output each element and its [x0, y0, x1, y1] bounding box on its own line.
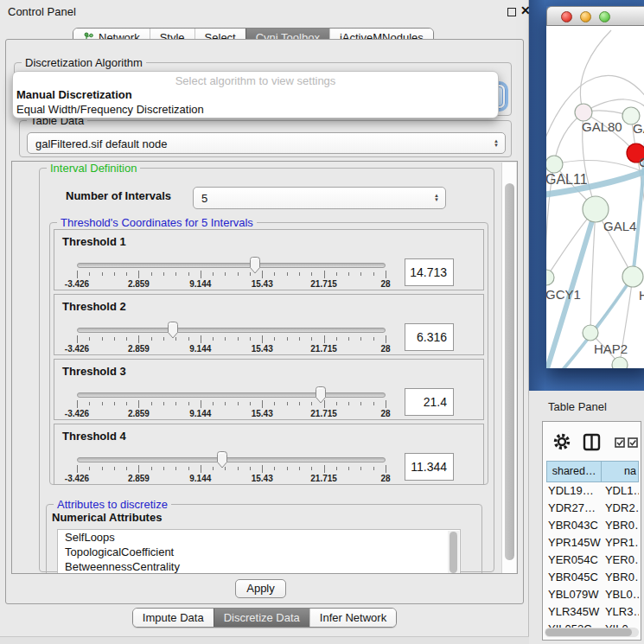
node-table: shared…na YDL19…YDL1…YDR27…YDR2…YBR043CY… [546, 461, 639, 638]
table-row[interactable]: YLR345WYLR3… [546, 603, 639, 621]
slider-track[interactable] [77, 457, 386, 462]
slider-thumb[interactable] [166, 321, 180, 339]
attribute-list-item[interactable]: SelfLoops [58, 530, 460, 545]
attribute-list-item[interactable]: TopologicalCoefficient [58, 545, 460, 559]
tick-label: 28 [380, 409, 390, 418]
threshold-value-field[interactable]: 11.344 [405, 453, 454, 481]
tick-label: 9.144 [189, 279, 211, 289]
panel-bottom-strip [0, 636, 529, 644]
threshold-label: Threshold 4 [62, 430, 126, 443]
network-node[interactable] [546, 270, 554, 285]
numerical-attributes-list[interactable]: SelfLoopsTopologicalCoefficientBetweenne… [57, 529, 461, 574]
threshold-row: Threshold 2-3.4262.8599.14415.4321.71528… [54, 294, 484, 355]
numerical-attributes-label: Numerical Attributes [52, 511, 162, 524]
tick-mark [89, 337, 90, 341]
table-cell[interactable]: YBR0… [601, 569, 639, 586]
table-cell[interactable]: YDR27… [546, 500, 601, 517]
network-window-titlebar[interactable] [546, 6, 644, 26]
tick-mark [348, 272, 349, 276]
network-canvas[interactable]: GAL80GACGAL11GAL4GCY1HHAP2 [546, 26, 644, 368]
table-row[interactable]: YPR145WYPR1… [546, 534, 639, 552]
column-header[interactable]: na [602, 461, 639, 482]
zoom-traffic-light-icon[interactable] [599, 11, 610, 22]
table-cell[interactable]: YDR2… [601, 500, 639, 517]
tick-mark [250, 467, 251, 470]
table-row[interactable]: YDL19…YDL1… [546, 482, 639, 500]
threshold-value-field[interactable]: 21.4 [405, 388, 454, 416]
tick-mark [213, 272, 214, 276]
table-cell[interactable]: YDL19… [546, 482, 601, 500]
checkbox-icon[interactable] [628, 438, 637, 447]
scrollbar-thumb[interactable] [545, 628, 632, 636]
table-cell[interactable]: YER0… [601, 552, 639, 569]
slider-thumb[interactable] [314, 386, 328, 404]
close-traffic-light-icon[interactable] [561, 11, 572, 22]
tab-impute-data[interactable]: Impute Data [133, 609, 214, 627]
column-header[interactable]: shared… [546, 461, 602, 482]
table-cell[interactable]: YBR043C [546, 517, 601, 534]
slider-thumb[interactable] [215, 450, 229, 469]
network-node[interactable] [575, 104, 592, 121]
network-node[interactable] [612, 357, 628, 368]
slider-track[interactable] [77, 328, 386, 333]
combobox-spinner-icon[interactable]: ▲▼ [494, 139, 499, 148]
table-cell[interactable]: YBL0… [601, 586, 639, 603]
tick-label: 21.715 [310, 409, 337, 418]
network-node[interactable] [546, 156, 563, 173]
table-row[interactable]: YBR045CYBR0… [546, 569, 639, 586]
table-row[interactable]: YDR27…YDR2… [546, 500, 639, 517]
table-row[interactable]: YBR043CYBR0… [546, 517, 639, 534]
table-cell[interactable]: YER054C [546, 552, 601, 569]
threshold-value-field[interactable]: 6.316 [405, 323, 454, 351]
algorithm-option[interactable]: Manual Discretization [13, 87, 498, 102]
node-label: GAL11 [546, 172, 588, 187]
gear-icon[interactable] [556, 436, 569, 449]
table-cell[interactable]: YPR145W [546, 534, 601, 552]
tick-mark [238, 402, 239, 405]
combobox-spinner-icon[interactable]: ▲▼ [434, 194, 439, 202]
table-row[interactable]: YBL079WYBL0… [546, 586, 639, 603]
table-cell[interactable]: YDL1… [601, 482, 639, 500]
slider-track[interactable] [77, 392, 386, 398]
table-horizontal-scrollbar[interactable] [545, 628, 639, 637]
network-node[interactable] [583, 325, 598, 341]
node-label: H [639, 288, 644, 303]
tick-mark [175, 402, 176, 405]
threshold-value-field[interactable]: 14.713 [405, 258, 454, 286]
tick-mark [188, 402, 189, 405]
table-cell[interactable]: YBL079W [546, 586, 601, 603]
table-data-combobox[interactable]: galFiltered.sif default node ▲▼ [27, 132, 506, 154]
tab-infer-network[interactable]: Infer Network [309, 609, 396, 627]
checkbox-icon[interactable] [615, 438, 624, 447]
attributes-list-scrollbar[interactable] [448, 531, 459, 574]
slider-thumb[interactable] [248, 256, 262, 274]
table-row[interactable]: YER054CYER0… [546, 552, 639, 569]
attributes-group-title: Attributes to discretize [54, 498, 171, 511]
table-cell[interactable]: YPR1… [601, 534, 639, 552]
settings-scroll-area: Interval Definition Number of Intervals … [11, 161, 518, 574]
tick-mark [175, 467, 176, 470]
apply-button[interactable]: Apply [235, 579, 286, 598]
algorithm-option[interactable]: Equal Width/Frequency Discretization [13, 102, 498, 117]
tab-discretize-data[interactable]: Discretize Data [214, 609, 309, 627]
attribute-list-item[interactable]: BetweennessCentrality [58, 559, 460, 574]
tick-mark [163, 402, 164, 405]
table-cell[interactable]: YLR345W [546, 603, 601, 621]
tick-mark [114, 337, 115, 341]
interval-definition-group-title: Interval Definition [47, 162, 140, 175]
table-cell[interactable]: YBR045C [546, 569, 601, 586]
network-node[interactable] [622, 266, 643, 287]
columns-icon[interactable] [584, 435, 599, 450]
tick-mark [126, 337, 127, 341]
network-edge[interactable] [580, 30, 611, 112]
number-of-intervals-combobox[interactable]: 5 ▲▼ [193, 187, 446, 209]
table-cell[interactable]: YBR0… [601, 517, 639, 534]
float-window-icon[interactable] [507, 8, 516, 16]
slider-track[interactable] [77, 263, 386, 268]
tick-mark [348, 467, 349, 470]
scrollbar-thumb[interactable] [505, 183, 514, 560]
settings-vertical-scrollbar[interactable] [501, 163, 516, 574]
minimize-traffic-light-icon[interactable] [580, 11, 591, 22]
table-cell[interactable]: YLR3… [601, 603, 639, 621]
tick-mark [151, 467, 152, 470]
